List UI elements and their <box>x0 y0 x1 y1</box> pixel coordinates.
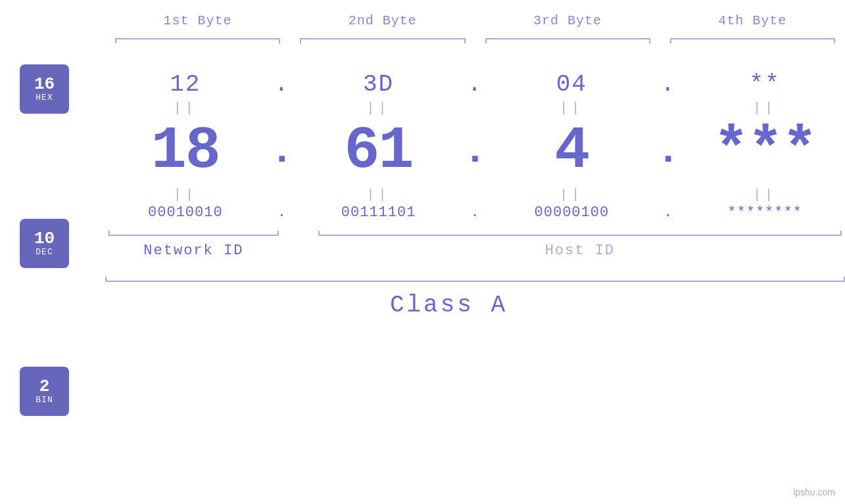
vsep-1-3: || <box>492 101 652 116</box>
bracket-line-3 <box>485 38 650 39</box>
network-id-bracket-right <box>278 231 279 236</box>
host-id-bracket <box>315 226 845 239</box>
dec-row: 18 . 61 . 4 . *** <box>0 118 845 185</box>
bin-dot-2: . <box>459 204 492 221</box>
vsep-1-4: || <box>685 101 845 116</box>
vsep-2-2: || <box>299 187 459 202</box>
wide-bracket-line <box>105 281 845 282</box>
host-id-bracket-line <box>318 235 842 236</box>
bracket-right-3 <box>649 38 650 43</box>
bin-value-2: 00111101 <box>299 204 459 221</box>
network-id-bracket <box>105 226 282 239</box>
dec-dot-1: . <box>266 129 299 173</box>
wide-bracket-left <box>105 277 107 282</box>
bracket-left-3 <box>485 38 487 43</box>
bin-value-4: ******** <box>685 204 845 221</box>
dec-badge: 10 DEC <box>20 219 69 268</box>
byte-header-1: 1st Byte <box>105 13 290 28</box>
class-label: Class A <box>390 292 508 319</box>
bracket-left-2 <box>300 38 301 43</box>
hex-value-2: 3D <box>299 71 459 98</box>
bracket-right-2 <box>464 38 466 43</box>
top-bracket-4 <box>660 32 845 45</box>
hex-dot-3: . <box>652 71 685 98</box>
bracket-left-4 <box>670 38 671 43</box>
bin-value-1: 00010010 <box>105 204 266 221</box>
bracket-spacer-1 <box>282 226 315 239</box>
top-bracket-3 <box>475 32 660 45</box>
vsep-1-2: || <box>299 101 459 116</box>
network-id-bracket-line <box>109 235 279 236</box>
bracket-right-1 <box>279 38 280 43</box>
byte-header-2: 2nd Byte <box>290 13 475 28</box>
byte-header-3: 3rd Byte <box>475 13 660 28</box>
main-container: 1st Byte 2nd Byte 3rd Byte 4th Byte <box>0 0 845 504</box>
class-label-row: Class A <box>0 292 845 319</box>
dec-value-2: 61 <box>299 118 459 185</box>
bracket-line-2 <box>300 38 465 39</box>
hex-row: 12 . 3D . 04 . ** <box>0 71 845 98</box>
vsep-2-1: || <box>105 187 266 202</box>
dec-value-1: 18 <box>105 118 266 185</box>
label-spacer <box>282 242 315 259</box>
bracket-right-4 <box>834 38 835 43</box>
host-id-bracket-left <box>318 231 320 236</box>
bin-row: 00010010 . 00111101 . 00000100 . *******… <box>0 204 845 221</box>
hex-value-3: 04 <box>492 71 652 98</box>
top-brackets <box>0 32 845 45</box>
vsep-row-1: || || || || <box>0 98 845 118</box>
network-id-bracket-left <box>109 231 110 236</box>
top-bracket-2 <box>290 32 475 45</box>
hex-dot-1: . <box>266 71 299 98</box>
bin-value-3: 00000100 <box>492 204 652 221</box>
dec-badge-number: 10 <box>34 230 55 247</box>
bracket-line-4 <box>670 38 835 39</box>
dec-value-4: *** <box>685 118 845 185</box>
bin-badge-number: 2 <box>39 378 50 395</box>
hex-value-1: 12 <box>105 71 266 98</box>
network-id-label: Network ID <box>105 242 282 259</box>
bin-badge: 2 BIN <box>20 367 69 416</box>
dec-dot-3: . <box>652 129 685 173</box>
dec-badge-label: DEC <box>36 247 53 257</box>
dec-value-3: 4 <box>492 118 652 185</box>
bracket-line-1 <box>115 38 280 39</box>
byte-headers-row: 1st Byte 2nd Byte 3rd Byte 4th Byte <box>0 13 845 28</box>
vsep-2-3: || <box>492 187 652 202</box>
watermark: ipshu.com <box>793 487 835 497</box>
host-id-label: Host ID <box>315 242 845 259</box>
bin-dot-3: . <box>652 204 685 221</box>
bin-dot-1: . <box>266 204 299 221</box>
host-id-bracket-right <box>840 231 842 236</box>
wide-bracket <box>105 269 845 282</box>
hex-dot-2: . <box>459 71 492 98</box>
byte-header-4: 4th Byte <box>660 13 845 28</box>
dec-dot-2: . <box>459 129 492 173</box>
bin-badge-label: BIN <box>36 395 53 405</box>
bottom-brackets <box>105 226 845 239</box>
top-bracket-1 <box>105 32 290 45</box>
vsep-1-1: || <box>105 101 266 116</box>
vsep-2-4: || <box>685 187 845 202</box>
labels-row: Network ID Host ID <box>105 242 845 259</box>
vsep-row-2: || || || || <box>0 185 845 204</box>
hex-value-4: ** <box>685 71 845 98</box>
bottom-bracket-container: Network ID Host ID <box>0 226 845 259</box>
bracket-left-1 <box>115 38 116 43</box>
